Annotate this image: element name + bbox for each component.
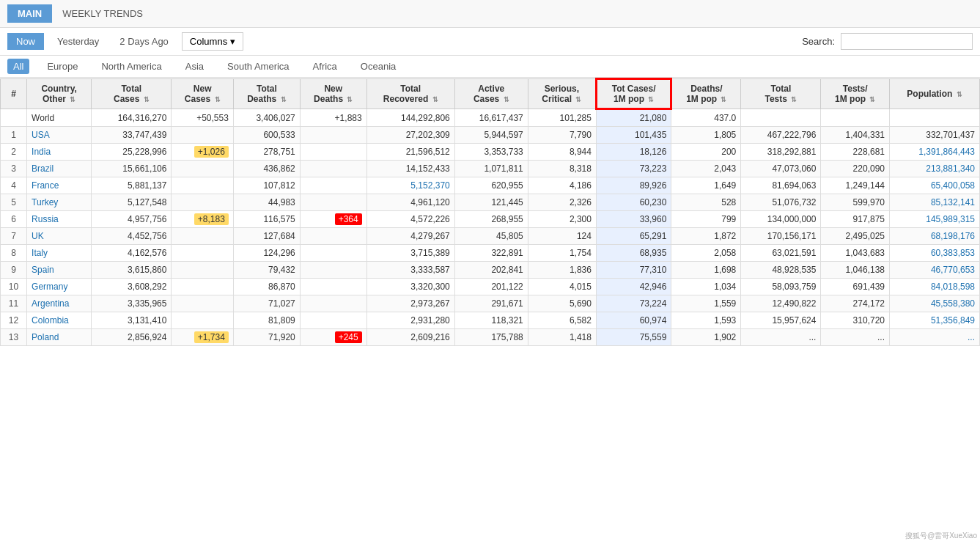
total-cases-cell: 4,957,756 [92,211,172,228]
th-tests-1m[interactable]: Tests/1M pop ⇅ [821,79,890,109]
country-link[interactable]: Italy [32,248,48,258]
serious-cell: 4,186 [528,177,596,194]
deaths-1m-cell: 799 [671,211,741,228]
th-population[interactable]: Population ⇅ [890,79,980,109]
table-row: 9 Spain 3,615,860 79,432 3,333,587 202,8… [1,262,980,279]
country-link[interactable]: Spain [32,265,54,275]
th-serious[interactable]: Serious,Critical ⇅ [528,79,596,109]
tab-weekly[interactable]: WEEKLY TRENDS [52,4,153,23]
population-cell: 85,132,141 [890,194,980,211]
region-north-america[interactable]: North America [95,59,167,74]
active-cases-cell: 201,122 [454,279,528,295]
search-input[interactable] [841,33,973,50]
btn-yesterday[interactable]: Yesterday [50,33,106,50]
region-europe[interactable]: Europe [41,59,84,74]
total-deaths-cell: 127,684 [233,228,300,245]
region-africa[interactable]: Africa [307,59,343,74]
total-tests-cell: 15,957,624 [741,312,821,329]
tot-cases-1m-cell: 65,291 [596,228,671,245]
total-tests-cell: 47,073,060 [741,161,821,177]
population-value: 68,198,176 [931,231,975,241]
deaths-1m-cell: 1,034 [671,279,741,295]
th-country[interactable]: Country,Other ⇅ [27,79,92,109]
country-link[interactable]: Colombia [32,315,69,326]
rank-cell: 13 [1,329,27,346]
population-value: 45,558,380 [931,298,975,309]
total-cases-cell: 3,335,965 [92,295,172,312]
total-cases-cell: 5,127,548 [92,194,172,211]
deaths-1m-cell: 1,559 [671,295,741,312]
th-active-cases[interactable]: ActiveCases ⇅ [454,79,528,109]
country-link[interactable]: Russia [32,214,59,224]
serious-cell: 7,790 [528,127,596,144]
th-tot-cases-1m[interactable]: Tot Cases/1M pop ⇅ [596,79,671,109]
new-deaths-cell [300,279,366,295]
active-cases-cell: 3,353,733 [454,144,528,161]
th-total-cases[interactable]: TotalCases ⇅ [92,79,172,109]
new-deaths-cell [300,312,366,329]
deaths-1m-cell: 2,058 [671,245,741,262]
tests-1m-cell: ... [821,329,890,346]
btn-columns[interactable]: Columns ▾ [182,32,243,51]
table-row: 6 Russia 4,957,756 +8,183 116,575 +364 4… [1,211,980,228]
region-oceania[interactable]: Oceania [355,59,402,74]
tests-1m-cell [821,109,890,127]
new-deaths-cell [300,144,366,161]
country-link[interactable]: India [32,147,51,157]
country-link[interactable]: Turkey [32,197,58,207]
th-total-deaths[interactable]: TotalDeaths ⇅ [233,79,300,109]
new-cases-cell [172,194,233,211]
rank-cell: 12 [1,312,27,329]
total-tests-cell: 318,292,881 [741,144,821,161]
country-cell: USA [27,127,92,144]
population-value: 65,400,058 [931,180,975,191]
deaths-1m-cell: 1,649 [671,177,741,194]
total-recovered-cell: 27,202,309 [366,127,454,144]
th-new-cases[interactable]: NewCases ⇅ [172,79,233,109]
tab-main[interactable]: MAIN [7,4,52,23]
new-cases-badge: +8,183 [194,213,229,225]
total-cases-cell: 15,661,106 [92,161,172,177]
country-cell: World [27,109,92,127]
total-tests-cell: 12,490,822 [741,295,821,312]
btn-now[interactable]: Now [7,33,44,50]
th-total-recovered[interactable]: TotalRecovered ⇅ [366,79,454,109]
population-cell: 332,701,437 [890,127,980,144]
country-link[interactable]: France [32,180,59,191]
new-cases-badge: +1,026 [194,146,229,158]
region-south-america[interactable]: South America [221,59,295,74]
population-value: 46,770,653 [931,265,975,275]
serious-cell: 124 [528,228,596,245]
country-link[interactable]: UK [32,231,44,241]
region-all[interactable]: All [7,59,29,74]
table-row: 1 USA 33,747,439 600,533 27,202,309 5,94… [1,127,980,144]
country-link[interactable]: Argentina [32,298,69,309]
total-cases-cell: 3,615,860 [92,262,172,279]
new-cases-cell [172,245,233,262]
population-value: 145,989,315 [926,214,975,224]
total-deaths-cell: 81,809 [233,312,300,329]
new-cases-cell [172,262,233,279]
table-row: 11 Argentina 3,335,965 71,027 2,973,267 … [1,295,980,312]
country-link[interactable]: Germany [32,282,67,292]
th-new-deaths[interactable]: NewDeaths ⇅ [300,79,366,109]
tot-cases-1m-cell: 89,926 [596,177,671,194]
th-total-tests[interactable]: TotalTests ⇅ [741,79,821,109]
th-rank[interactable]: # [1,79,27,109]
deaths-1m-cell: 1,805 [671,127,741,144]
tests-1m-cell: 1,046,138 [821,262,890,279]
total-cases-cell: 33,747,439 [92,127,172,144]
country-link[interactable]: USA [32,130,50,140]
total-deaths-cell: 44,983 [233,194,300,211]
btn-2days[interactable]: 2 Days Ago [112,33,176,50]
region-asia[interactable]: Asia [180,59,210,74]
th-deaths-1m[interactable]: Deaths/1M pop ⇅ [671,79,741,109]
total-tests-cell: 467,222,796 [741,127,821,144]
new-deaths-cell [300,127,366,144]
covid-table: # Country,Other ⇅ TotalCases ⇅ NewCases … [0,78,980,346]
tests-1m-cell: 310,720 [821,312,890,329]
new-deaths-badge: +364 [335,213,362,225]
country-link[interactable]: Brazil [32,163,54,174]
country-link[interactable]: Poland [32,332,59,342]
country-cell: Italy [27,245,92,262]
